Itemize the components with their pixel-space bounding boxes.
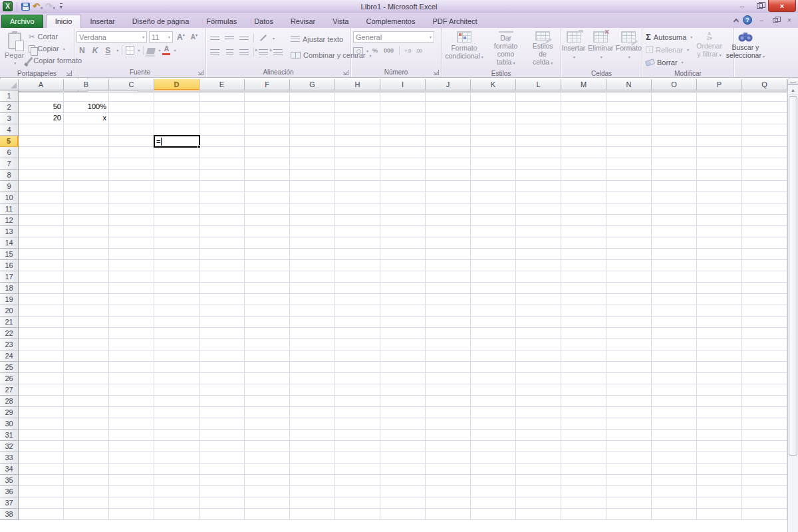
cell-G15[interactable] bbox=[290, 249, 335, 260]
cell-A17[interactable] bbox=[19, 271, 64, 283]
cell-P29[interactable] bbox=[697, 407, 742, 418]
cell-J14[interactable] bbox=[426, 237, 471, 249]
cell-C19[interactable] bbox=[109, 294, 154, 305]
cell-G32[interactable] bbox=[290, 441, 335, 452]
cell-K35[interactable] bbox=[471, 475, 516, 486]
cell-J2[interactable] bbox=[426, 102, 471, 113]
cell-N26[interactable] bbox=[606, 373, 652, 384]
cell-O38[interactable] bbox=[652, 509, 697, 520]
cell-O10[interactable] bbox=[652, 192, 697, 203]
cell-M7[interactable] bbox=[561, 158, 606, 170]
cell-N18[interactable] bbox=[606, 283, 652, 294]
cell-K24[interactable] bbox=[471, 350, 516, 362]
cell-H17[interactable] bbox=[335, 271, 380, 283]
chevron-down-icon[interactable]: ▾ bbox=[53, 6, 55, 10]
cell-J10[interactable] bbox=[426, 192, 471, 203]
cell-M3[interactable] bbox=[561, 113, 606, 124]
cell-N7[interactable] bbox=[606, 158, 652, 170]
cell-F28[interactable] bbox=[245, 396, 290, 407]
cell-I7[interactable] bbox=[380, 158, 426, 170]
cell-E6[interactable] bbox=[200, 147, 245, 158]
cell-Q38[interactable] bbox=[742, 509, 787, 520]
font-size-select[interactable]: 11▾ bbox=[149, 31, 173, 43]
cell-P20[interactable] bbox=[697, 305, 742, 317]
cell-I15[interactable] bbox=[380, 249, 426, 260]
cell-O31[interactable] bbox=[652, 430, 697, 441]
cell-Q32[interactable] bbox=[742, 441, 787, 452]
cell-H10[interactable] bbox=[335, 192, 380, 203]
cell-H18[interactable] bbox=[335, 283, 380, 294]
cell-Q18[interactable] bbox=[742, 283, 787, 294]
row-header-35[interactable]: 35 bbox=[0, 475, 19, 486]
cell-L9[interactable] bbox=[516, 181, 561, 192]
chevron-down-icon[interactable]: ▾ bbox=[116, 48, 118, 53]
row-header-24[interactable]: 24 bbox=[0, 350, 19, 362]
cell-O27[interactable] bbox=[652, 384, 697, 396]
cell-P17[interactable] bbox=[697, 271, 742, 283]
cell-K28[interactable] bbox=[471, 396, 516, 407]
cell-G13[interactable] bbox=[290, 226, 335, 237]
cell-F5[interactable] bbox=[245, 136, 290, 147]
cell-E9[interactable] bbox=[200, 181, 245, 192]
cell-P37[interactable] bbox=[697, 497, 742, 509]
cell-G38[interactable] bbox=[290, 509, 335, 520]
tab-revisar[interactable]: Revisar bbox=[282, 15, 324, 28]
cell-K26[interactable] bbox=[471, 373, 516, 384]
cell-N22[interactable] bbox=[606, 328, 652, 339]
cell-O30[interactable] bbox=[652, 418, 697, 430]
chevron-down-icon[interactable]: ▾ bbox=[158, 48, 160, 53]
cell-K23[interactable] bbox=[471, 339, 516, 350]
cell-J24[interactable] bbox=[426, 350, 471, 362]
cell-F16[interactable] bbox=[245, 260, 290, 271]
cell-K32[interactable] bbox=[471, 441, 516, 452]
cell-N27[interactable] bbox=[606, 384, 652, 396]
cell-L32[interactable] bbox=[516, 441, 561, 452]
cell-J25[interactable] bbox=[426, 362, 471, 373]
cell-F38[interactable] bbox=[245, 509, 290, 520]
cell-P25[interactable] bbox=[697, 362, 742, 373]
row-header-12[interactable]: 12 bbox=[0, 215, 19, 226]
cell-O6[interactable] bbox=[652, 147, 697, 158]
row-header-36[interactable]: 36 bbox=[0, 486, 19, 497]
cell-E14[interactable] bbox=[200, 237, 245, 249]
cell-G27[interactable] bbox=[290, 384, 335, 396]
cell-C33[interactable] bbox=[109, 452, 154, 464]
cell-H26[interactable] bbox=[335, 373, 380, 384]
cell-F4[interactable] bbox=[245, 124, 290, 136]
cell-C23[interactable] bbox=[109, 339, 154, 350]
cell-C38[interactable] bbox=[109, 509, 154, 520]
cell-L2[interactable] bbox=[516, 102, 561, 113]
cell-B15[interactable] bbox=[64, 249, 109, 260]
cell-P24[interactable] bbox=[697, 350, 742, 362]
cell-H31[interactable] bbox=[335, 430, 380, 441]
cell-K18[interactable] bbox=[471, 283, 516, 294]
delete-cells-button[interactable]: Eliminar▾ bbox=[587, 29, 614, 69]
cell-P26[interactable] bbox=[697, 373, 742, 384]
cell-E30[interactable] bbox=[200, 418, 245, 430]
cell-I30[interactable] bbox=[380, 418, 426, 430]
cell-B17[interactable] bbox=[64, 271, 109, 283]
cell-C32[interactable] bbox=[109, 441, 154, 452]
cell-J15[interactable] bbox=[426, 249, 471, 260]
cell-E32[interactable] bbox=[200, 441, 245, 452]
cell-I20[interactable] bbox=[380, 305, 426, 317]
cell-E12[interactable] bbox=[200, 215, 245, 226]
cell-M35[interactable] bbox=[561, 475, 606, 486]
column-header-B[interactable]: B bbox=[64, 79, 109, 90]
format-cells-button[interactable]: Formato▾ bbox=[615, 29, 642, 69]
cell-H14[interactable] bbox=[335, 237, 380, 249]
tab-vista[interactable]: Vista bbox=[324, 15, 357, 28]
cell-L13[interactable] bbox=[516, 226, 561, 237]
workbook-minimize-button[interactable]: – bbox=[757, 16, 766, 24]
cell-N17[interactable] bbox=[606, 271, 652, 283]
cell-A4[interactable] bbox=[19, 124, 64, 136]
cell-Q23[interactable] bbox=[742, 339, 787, 350]
cell-A14[interactable] bbox=[19, 237, 64, 249]
cell-E2[interactable] bbox=[200, 102, 245, 113]
cell-A21[interactable] bbox=[19, 317, 64, 328]
cell-C10[interactable] bbox=[109, 192, 154, 203]
cell-O26[interactable] bbox=[652, 373, 697, 384]
cell-D38[interactable] bbox=[154, 509, 200, 520]
cell-Q4[interactable] bbox=[742, 124, 787, 136]
cell-K13[interactable] bbox=[471, 226, 516, 237]
